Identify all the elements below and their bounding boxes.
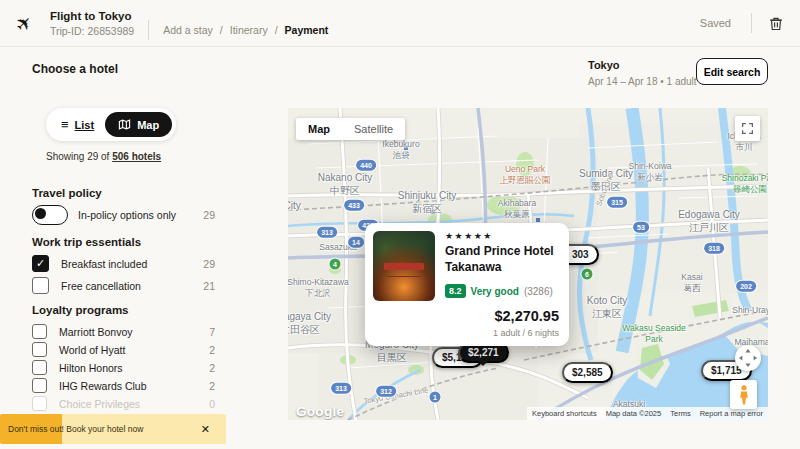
free-cancellation-count: 21 bbox=[203, 280, 215, 292]
keyboard-shortcuts-link[interactable]: Keyboard shortcuts bbox=[532, 409, 597, 418]
search-summary: Tokyo Apr 14 – Apr 18 • 1 adult bbox=[588, 57, 697, 89]
hyatt-checkbox[interactable] bbox=[32, 342, 47, 357]
toast-close-button[interactable]: ✕ bbox=[195, 422, 216, 437]
filter-row-ihg: IHG Rewards Club 2 bbox=[32, 378, 215, 393]
in-policy-toggle[interactable] bbox=[32, 205, 68, 225]
marriott-checkbox[interactable] bbox=[32, 324, 47, 339]
filter-row-breakfast: ✓ Breakfast included 29 bbox=[32, 255, 215, 272]
hotel-card-body: ★★★★★ Grand Prince Hotel Takanawa 8.2 Ve… bbox=[445, 231, 561, 298]
ihg-count: 2 bbox=[209, 380, 215, 392]
hotel-stay-summary: 1 adult / 6 nights bbox=[493, 328, 559, 338]
review-count: (3286) bbox=[524, 286, 553, 297]
breakfast-label: Breakfast included bbox=[61, 258, 203, 270]
choice-label: Choice Privileges bbox=[59, 398, 209, 410]
ihg-checkbox[interactable] bbox=[32, 378, 47, 393]
filter-row-marriott: Marriott Bonvoy 7 bbox=[32, 324, 215, 339]
marriott-count: 7 bbox=[209, 326, 215, 338]
essentials-heading: Work trip essentials bbox=[32, 236, 141, 248]
map-view-label: Map bbox=[137, 119, 159, 131]
ihg-label: IHG Rewards Club bbox=[59, 380, 209, 392]
breadcrumb: Add a stay / Itinerary / Payment bbox=[163, 24, 328, 36]
header-actions: Saved bbox=[694, 13, 786, 34]
toast-message: Don't miss out! Book your hotel now bbox=[8, 424, 195, 434]
pegman-icon bbox=[738, 384, 750, 406]
trip-title: Flight to Tokyo bbox=[50, 8, 134, 24]
hotel-name: Grand Prince Hotel Takanawa bbox=[445, 244, 561, 275]
breadcrumb-payment[interactable]: Payment bbox=[285, 24, 329, 36]
map-data-label: Map data ©2025 bbox=[606, 409, 662, 418]
travel-policy-heading: Travel policy bbox=[32, 187, 102, 199]
in-policy-label: In-policy options only bbox=[78, 209, 203, 221]
page-title: Choose a hotel bbox=[32, 62, 118, 76]
hyatt-label: World of Hyatt bbox=[59, 344, 209, 356]
free-cancellation-checkbox[interactable] bbox=[32, 277, 49, 294]
hotel-rating-row: 8.2 Very good (3286) bbox=[445, 284, 561, 298]
fullscreen-icon bbox=[741, 122, 754, 135]
app-header: ✈ Flight to Tokyo Trip-ID: 26853989 Add … bbox=[0, 0, 800, 47]
in-policy-filter-row: In-policy options only 29 bbox=[32, 205, 215, 225]
hotel-photo bbox=[373, 231, 435, 301]
rating-badge: 8.2 bbox=[445, 284, 466, 298]
report-error-link[interactable]: Report a map error bbox=[700, 409, 763, 418]
results-count-link[interactable]: 506 hotels bbox=[112, 151, 161, 162]
choice-count: 0 bbox=[209, 398, 215, 410]
trip-title-block: Flight to Tokyo Trip-ID: 26853989 bbox=[50, 8, 134, 39]
saved-button[interactable]: Saved bbox=[694, 16, 737, 30]
map-type-control: Map Satellite bbox=[296, 118, 405, 140]
map-type-map-button[interactable]: Map bbox=[296, 118, 342, 140]
fullscreen-button[interactable] bbox=[735, 116, 760, 141]
hilton-label: Hilton Honors bbox=[59, 362, 209, 374]
marriott-label: Marriott Bonvoy bbox=[59, 326, 209, 338]
filter-row-choice: Choice Privileges 0 bbox=[32, 396, 215, 411]
filter-row-hilton: Hilton Honors 2 bbox=[32, 360, 215, 375]
toggle-knob bbox=[35, 208, 46, 219]
street-view-pegman[interactable] bbox=[730, 380, 757, 409]
filter-row-hyatt: World of Hyatt 2 bbox=[32, 342, 215, 357]
hilton-checkbox[interactable] bbox=[32, 360, 47, 375]
airplane-icon: ✈ bbox=[10, 9, 38, 37]
loyalty-heading: Loyalty programs bbox=[32, 304, 129, 316]
header-divider bbox=[148, 20, 149, 40]
pan-arrows-icon bbox=[735, 345, 761, 371]
star-rating: ★★★★★ bbox=[445, 231, 561, 241]
pan-control[interactable] bbox=[735, 345, 761, 371]
results-summary: Showing 29 of 506 hotels bbox=[46, 151, 161, 162]
price-marker[interactable]: $2,585 bbox=[562, 362, 613, 383]
breadcrumb-separator: / bbox=[275, 24, 278, 36]
breakfast-checkbox[interactable]: ✓ bbox=[32, 255, 49, 272]
choice-checkbox[interactable] bbox=[32, 396, 47, 411]
terms-link[interactable]: Terms bbox=[670, 409, 690, 418]
google-logo: Google bbox=[296, 404, 344, 419]
date-summary: Apr 14 – Apr 18 • 1 adult bbox=[588, 74, 697, 89]
breakfast-count: 29 bbox=[203, 258, 215, 270]
edit-search-button[interactable]: Edit search bbox=[696, 58, 768, 85]
breadcrumb-separator: / bbox=[220, 24, 223, 36]
hyatt-count: 2 bbox=[209, 344, 215, 356]
hotel-price: $2,270.95 bbox=[494, 308, 559, 324]
free-cancellation-label: Free cancellation bbox=[61, 280, 203, 292]
view-toggle: ≡ List Map bbox=[46, 108, 176, 141]
hotel-card[interactable]: ★★★★★ Grand Prince Hotel Takanawa 8.2 Ve… bbox=[365, 223, 569, 346]
page: { "header": { "title": "Flight to Tokyo"… bbox=[0, 0, 800, 449]
in-policy-count: 29 bbox=[203, 209, 215, 221]
results-prefix: Showing 29 of bbox=[46, 151, 109, 162]
rating-label: Very good bbox=[471, 286, 519, 297]
breadcrumb-itinerary[interactable]: Itinerary bbox=[230, 24, 268, 36]
hilton-count: 2 bbox=[209, 362, 215, 374]
breadcrumb-add-a-stay[interactable]: Add a stay bbox=[163, 24, 213, 36]
filter-row-free-cancellation: Free cancellation 21 bbox=[32, 277, 215, 294]
map-view-button[interactable]: Map bbox=[105, 112, 172, 137]
map-panel: Ikebukuro池袋 Nakano City中野区 Shinjuku City… bbox=[288, 108, 768, 420]
trash-icon bbox=[768, 15, 784, 32]
map-icon bbox=[118, 118, 131, 131]
list-icon: ≡ bbox=[61, 118, 69, 131]
delete-trip-button[interactable] bbox=[766, 13, 786, 34]
map-type-satellite-button[interactable]: Satellite bbox=[342, 118, 405, 140]
list-view-label: List bbox=[75, 119, 95, 131]
header-divider bbox=[751, 13, 752, 33]
list-view-button[interactable]: ≡ List bbox=[50, 113, 105, 136]
reminder-toast: Don't miss out! Book your hotel now ✕ bbox=[0, 414, 226, 444]
hotel-photo-detail bbox=[384, 263, 424, 270]
destination: Tokyo bbox=[588, 57, 697, 74]
trip-id: Trip-ID: 26853989 bbox=[50, 24, 134, 39]
